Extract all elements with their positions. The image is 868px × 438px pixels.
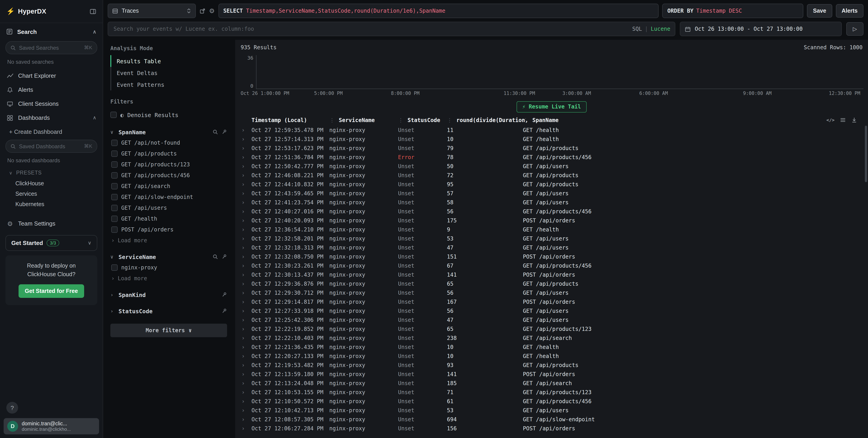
- pin-icon[interactable]: [222, 292, 227, 297]
- checkbox[interactable]: [111, 140, 118, 146]
- table-row[interactable]: ›Oct 27 12:25:42.306 PMnginx-proxyUnset4…: [240, 315, 864, 325]
- filter-option[interactable]: GET /api/products: [111, 148, 227, 159]
- row-expander-icon[interactable]: ›: [240, 281, 251, 287]
- row-expander-icon[interactable]: ›: [240, 317, 251, 323]
- table-row[interactable]: ›Oct 27 12:22:19.852 PMnginx-proxyUnset6…: [240, 325, 864, 334]
- checkbox[interactable]: [111, 227, 118, 233]
- table-row[interactable]: ›Oct 27 12:10:42.713 PMnginx-proxyUnset5…: [240, 406, 864, 415]
- filter-option[interactable]: GET /health: [111, 213, 227, 224]
- table-row[interactable]: ›Oct 27 12:06:27.284 PMnginx-proxyUnset1…: [240, 424, 864, 433]
- row-expander-icon[interactable]: ›: [240, 299, 251, 305]
- load-more-button[interactable]: ›Load more: [111, 273, 227, 284]
- source-select[interactable]: Traces: [107, 4, 196, 18]
- load-more-button[interactable]: ›Load more: [111, 235, 227, 246]
- pin-icon[interactable]: [222, 129, 227, 135]
- column-header-spanname[interactable]: SpanName: [523, 117, 827, 123]
- get-started-free-button[interactable]: Get Started for Free: [19, 284, 84, 298]
- row-expander-icon[interactable]: ›: [240, 425, 251, 432]
- pin-icon[interactable]: [222, 254, 227, 260]
- row-expander-icon[interactable]: ›: [240, 380, 251, 386]
- sidebar-item-alerts[interactable]: Alerts: [0, 83, 103, 97]
- row-settings-icon[interactable]: [840, 117, 846, 123]
- row-expander-icon[interactable]: ›: [240, 263, 251, 269]
- table-row[interactable]: ›Oct 27 12:27:33.918 PMnginx-proxyUnset5…: [240, 306, 864, 315]
- table-row[interactable]: ›Oct 27 12:10:50.572 PMnginx-proxyUnset6…: [240, 397, 864, 406]
- row-expander-icon[interactable]: ›: [240, 236, 251, 242]
- table-row[interactable]: ›Oct 27 12:29:36.876 PMnginx-proxyUnset6…: [240, 279, 864, 289]
- user-menu[interactable]: D dominic.tran@clic... dominic.tran@clic…: [4, 418, 99, 434]
- checkbox[interactable]: [111, 205, 118, 211]
- checkbox[interactable]: [111, 183, 118, 190]
- sidebar-collapse-button[interactable]: [90, 8, 96, 15]
- sidebar-item-chart-explorer[interactable]: Chart Explorer: [0, 69, 103, 83]
- table-row[interactable]: ›Oct 27 12:51:36.784 PMnginx-proxyError7…: [240, 153, 864, 162]
- row-expander-icon[interactable]: ›: [240, 416, 251, 423]
- filter-option[interactable]: POST /api/orders: [111, 224, 227, 235]
- search-input[interactable]: [113, 25, 632, 33]
- search-icon[interactable]: [213, 129, 218, 135]
- pin-icon[interactable]: [222, 308, 227, 314]
- save-button[interactable]: Save: [807, 4, 832, 18]
- table-row[interactable]: ›Oct 27 12:32:08.750 PMnginx-proxyUnset1…: [240, 252, 864, 261]
- row-expander-icon[interactable]: ›: [240, 172, 251, 178]
- table-row[interactable]: ›Oct 27 12:44:10.832 PMnginx-proxyUnset9…: [240, 180, 864, 189]
- gear-icon[interactable]: ⚙: [209, 7, 215, 14]
- table-row[interactable]: ›Oct 27 12:13:24.048 PMnginx-proxyUnset1…: [240, 379, 864, 388]
- checkbox[interactable]: [111, 112, 117, 118]
- presets-toggle[interactable]: ∨ PRESETS: [0, 167, 103, 178]
- get-started-card[interactable]: Get Started 3/3 ∨: [5, 235, 97, 251]
- more-filters-button[interactable]: More filters ∨: [111, 324, 227, 337]
- checkbox[interactable]: [111, 264, 118, 271]
- analysis-mode-option[interactable]: Results Table: [111, 55, 227, 67]
- open-source-settings-button[interactable]: [199, 8, 205, 14]
- table-row[interactable]: ›Oct 27 12:13:59.180 PMnginx-proxyUnset1…: [240, 370, 864, 379]
- filter-group-header[interactable]: ›StatusCode: [111, 306, 227, 316]
- sidebar-item-dashboards[interactable]: Dashboards ∧: [0, 111, 103, 125]
- row-expander-icon[interactable]: ›: [240, 136, 251, 142]
- column-header-timestamp[interactable]: Timestamp (Local): [251, 117, 329, 123]
- row-expander-icon[interactable]: ›: [240, 407, 251, 413]
- checkbox[interactable]: [111, 150, 118, 157]
- saved-dashboards-input[interactable]: Saved Dashboards ⌘K: [5, 140, 97, 153]
- filter-group-header[interactable]: ∨SpanName: [111, 127, 227, 137]
- sidebar-section-search[interactable]: Search ∧: [0, 23, 103, 40]
- row-expander-icon[interactable]: ›: [240, 371, 251, 377]
- row-expander-icon[interactable]: ›: [240, 127, 251, 133]
- column-header-servicename[interactable]: ServiceName: [329, 117, 398, 123]
- checkbox[interactable]: [111, 215, 118, 222]
- code-view-icon[interactable]: </>: [827, 117, 835, 123]
- chevron-up-icon[interactable]: ∧: [93, 115, 96, 121]
- table-row[interactable]: ›Oct 27 12:22:10.403 PMnginx-proxyUnset2…: [240, 334, 864, 343]
- sidebar-preset-item[interactable]: Services: [0, 189, 103, 199]
- table-row[interactable]: ›Oct 27 12:29:14.817 PMnginx-proxyUnset1…: [240, 297, 864, 306]
- row-expander-icon[interactable]: ›: [240, 199, 251, 206]
- row-expander-icon[interactable]: ›: [240, 145, 251, 151]
- table-row[interactable]: ›Oct 27 12:30:13.437 PMnginx-proxyUnset1…: [240, 270, 864, 279]
- table-row[interactable]: ›Oct 27 12:40:20.093 PMnginx-proxyUnset1…: [240, 216, 864, 225]
- run-query-button[interactable]: ▷: [846, 22, 864, 36]
- checkbox[interactable]: [111, 194, 118, 200]
- filter-option[interactable]: nginx-proxy: [111, 262, 227, 273]
- column-header-duration[interactable]: round(divide(Duration,: [447, 117, 523, 123]
- row-expander-icon[interactable]: ›: [240, 208, 251, 215]
- order-by-input[interactable]: ORDER BY Timestamp DESC: [662, 4, 804, 18]
- sql-column-query[interactable]: SELECT Timestamp,ServiceName,StatusCode,…: [218, 4, 659, 18]
- analysis-mode-option[interactable]: Event Patterns: [111, 79, 227, 91]
- checkbox[interactable]: [111, 161, 118, 168]
- table-row[interactable]: ›Oct 27 12:50:42.777 PMnginx-proxyUnset5…: [240, 162, 864, 171]
- row-expander-icon[interactable]: ›: [240, 326, 251, 332]
- row-expander-icon[interactable]: ›: [240, 190, 251, 197]
- row-expander-icon[interactable]: ›: [240, 244, 251, 251]
- filter-option[interactable]: GET /api/users: [111, 202, 227, 213]
- table-row[interactable]: ›Oct 27 12:32:58.201 PMnginx-proxyUnset5…: [240, 234, 864, 243]
- table-row[interactable]: ›Oct 27 12:10:53.155 PMnginx-proxyUnset7…: [240, 388, 864, 397]
- sidebar-item-team-settings[interactable]: ⚙ Team Settings: [0, 216, 103, 231]
- table-row[interactable]: ›Oct 27 12:20:27.133 PMnginx-proxyUnset1…: [240, 352, 864, 361]
- table-row[interactable]: ›Oct 27 12:41:23.754 PMnginx-proxyUnset5…: [240, 198, 864, 207]
- table-row[interactable]: ›Oct 27 12:43:59.465 PMnginx-proxyUnset5…: [240, 189, 864, 198]
- row-expander-icon[interactable]: ›: [240, 217, 251, 224]
- row-expander-icon[interactable]: ›: [240, 398, 251, 405]
- row-expander-icon[interactable]: ›: [240, 254, 251, 260]
- row-expander-icon[interactable]: ›: [240, 362, 251, 368]
- sidebar-preset-item[interactable]: ClickHouse: [0, 178, 103, 189]
